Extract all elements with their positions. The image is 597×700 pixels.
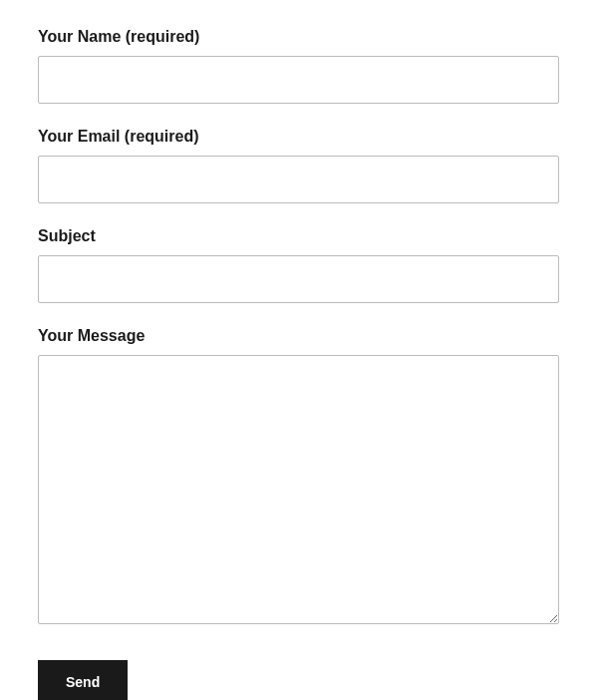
subject-input[interactable] [38, 255, 559, 303]
email-label: Your Email (required) [38, 128, 559, 146]
name-label: Your Name (required) [38, 28, 559, 46]
contact-form: Your Name (required) Your Email (require… [38, 28, 559, 700]
name-input[interactable] [38, 56, 559, 104]
email-input[interactable] [38, 156, 559, 203]
send-button[interactable]: Send [38, 660, 128, 700]
message-field-group: Your Message [38, 327, 559, 628]
name-field-group: Your Name (required) [38, 28, 559, 104]
message-textarea[interactable] [38, 355, 559, 624]
subject-field-group: Subject [38, 227, 559, 303]
subject-label: Subject [38, 227, 559, 245]
message-label: Your Message [38, 327, 559, 345]
email-field-group: Your Email (required) [38, 128, 559, 203]
